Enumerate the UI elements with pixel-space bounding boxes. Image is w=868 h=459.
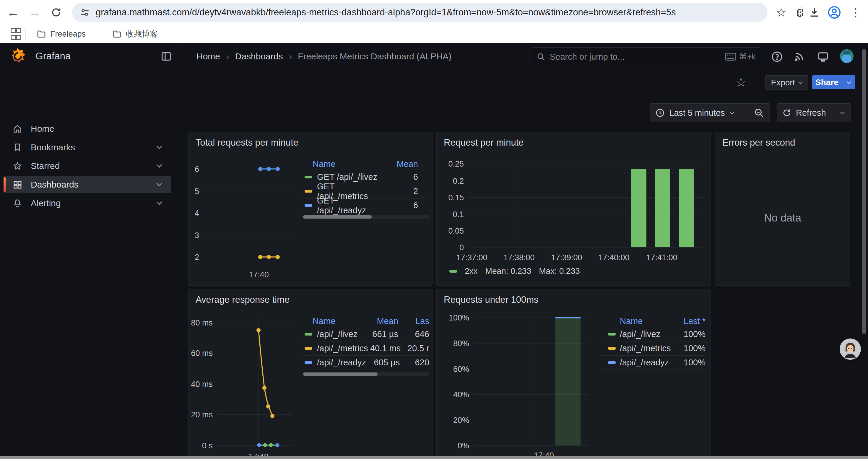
scrollbar-thumb[interactable]: [303, 372, 378, 376]
bookmarks-bar: Freeleaps 收藏博客: [0, 25, 868, 44]
bookmark-label: Freeleaps: [50, 30, 86, 39]
series-mean: 605 µs: [366, 358, 400, 367]
sidebar-item-starred[interactable]: Starred: [4, 157, 172, 174]
legend-scrollbar[interactable]: [302, 372, 429, 376]
breadcrumb-separator: ›: [226, 51, 229, 62]
scrollbar-thumb[interactable]: [303, 215, 372, 219]
legend-row[interactable]: /api/_/readyz 100%: [602, 355, 706, 370]
grafana-app: Grafana Home Bookmarks Starred Dashboard…: [0, 43, 868, 459]
url-bar[interactable]: grafana.mathmast.com/d/deytv4rwavabkb/fr…: [72, 3, 768, 22]
series-name[interactable]: /api/_/metrics: [317, 343, 368, 353]
chevron-down-icon[interactable]: [156, 199, 162, 205]
series-name[interactable]: /api/_/readyz: [620, 358, 669, 367]
browser-profile-icon[interactable]: [826, 4, 843, 21]
series-dash-yellow: [305, 347, 312, 350]
bookmark-folder-freeleaps[interactable]: Freeleaps: [33, 27, 89, 41]
bar-2xx[interactable]: [655, 169, 670, 247]
apps-grid-icon[interactable]: [7, 27, 23, 41]
bookmark-folder-blogs[interactable]: 收藏博客: [109, 27, 161, 41]
legend-header-mean[interactable]: Mean: [382, 159, 429, 169]
grafana-brand[interactable]: Grafana: [8, 47, 71, 66]
legend-header-name[interactable]: Name: [602, 316, 667, 326]
legend-header-mean[interactable]: Mean: [363, 316, 398, 326]
series-name[interactable]: /api/_/livez: [620, 329, 667, 339]
series-name[interactable]: 2xx: [465, 266, 478, 276]
sidebar-item-dashboards[interactable]: Dashboards: [4, 176, 172, 193]
panel-total-requests-per-minute[interactable]: Total requests per minute 6 5 4 3 2 17:4…: [188, 132, 433, 286]
series-name[interactable]: /api/_/livez: [317, 329, 363, 339]
help-icon[interactable]: [770, 50, 784, 64]
forward-icon[interactable]: →: [27, 4, 43, 21]
time-range-button[interactable]: Last 5 minutes: [650, 104, 748, 122]
series-name[interactable]: /api/_/readyz: [317, 358, 366, 367]
legend-header-name[interactable]: Name: [302, 316, 363, 326]
share-menu-button[interactable]: [842, 75, 855, 89]
floating-avatar[interactable]: [840, 338, 861, 360]
chevron-down-icon[interactable]: [156, 143, 162, 149]
legend-row[interactable]: GET /api/_/readyz 6: [302, 198, 429, 212]
chevron-down-icon[interactable]: [156, 162, 162, 168]
export-button[interactable]: Export: [765, 75, 808, 90]
bar-2xx[interactable]: [631, 169, 646, 247]
panel-request-per-minute[interactable]: Request per minute 0.25 0.2 0.15 0.1 0.0…: [436, 132, 711, 286]
downloads-icon[interactable]: [806, 4, 823, 21]
page-scrollbar-thumb[interactable]: [862, 49, 866, 334]
breadcrumb: Home › Dashboards › Freeleaps Metrics Da…: [196, 43, 452, 70]
bookmarks-divider: [25, 29, 26, 39]
share-label: Share: [815, 78, 838, 87]
legend-scrollbar[interactable]: [302, 215, 429, 219]
sidebar-item-bookmarks[interactable]: Bookmarks: [4, 139, 172, 156]
refresh-button[interactable]: Refresh: [777, 104, 834, 122]
search-input[interactable]: Search or jump to... ⌘+k: [531, 47, 761, 66]
legend-row[interactable]: /api/_/readyz 605 µs 620: [302, 355, 429, 369]
zoom-out-button[interactable]: [748, 104, 770, 122]
legend-header-last[interactable]: Last *: [667, 316, 706, 326]
folder-icon: [37, 29, 46, 39]
reload-icon[interactable]: [48, 4, 64, 21]
url-text[interactable]: grafana.mathmast.com/d/deytv4rwavabkb/fr…: [96, 7, 676, 18]
breadcrumb-home[interactable]: Home: [196, 52, 220, 61]
panel-errors-per-second[interactable]: Errors per second No data: [715, 132, 850, 286]
series-last: 100%: [667, 329, 706, 339]
panel-average-response-time[interactable]: Average response time 80 ms 60 ms 40 ms …: [188, 289, 433, 459]
legend-row[interactable]: /api/_/metrics 40.1 ms 20.5 r: [302, 341, 429, 355]
legend-row[interactable]: /api/_/livez 100%: [602, 327, 706, 341]
toolbar-divider: [801, 6, 802, 18]
series-name[interactable]: /api/_/metrics: [620, 343, 671, 353]
favorite-dashboard-star-icon[interactable]: ☆: [735, 76, 747, 89]
sidebar-item-home[interactable]: Home: [4, 120, 172, 137]
breadcrumb-dashboards[interactable]: Dashboards: [235, 52, 283, 61]
legend-row[interactable]: /api/_/livez 661 µs 646: [302, 327, 429, 341]
panel-requests-under-100ms[interactable]: Requests under 100ms 100% 80% 60% 40% 20…: [436, 289, 711, 459]
bar-2xx[interactable]: [679, 169, 694, 247]
bookmark-star-icon[interactable]: ☆: [773, 4, 789, 21]
sidebar-collapse-icon[interactable]: [159, 50, 173, 63]
legend-row[interactable]: /api/_/metrics 100%: [602, 341, 706, 355]
series-dash-yellow: [608, 347, 616, 350]
back-icon[interactable]: ←: [5, 4, 21, 21]
refresh-interval-button[interactable]: [834, 104, 850, 122]
series-name[interactable]: GET /api/_/readyz: [317, 196, 382, 215]
legend-header-row: Name Mean: [302, 158, 429, 170]
chevron-down-icon[interactable]: [156, 181, 162, 186]
zoom-out-icon: [754, 107, 764, 118]
breadcrumb-separator: ›: [289, 51, 292, 62]
bar-under-100ms[interactable]: [555, 318, 581, 446]
y-tick: 20%: [437, 416, 469, 425]
y-tick: 60%: [437, 365, 469, 374]
news-rss-icon[interactable]: [792, 50, 806, 64]
legend-header-name[interactable]: Name: [302, 159, 382, 169]
series-mean: 40.1 ms: [368, 343, 401, 353]
legend-header-last[interactable]: Las: [398, 316, 429, 326]
monitor-icon[interactable]: [816, 50, 830, 64]
site-settings-icon[interactable]: [80, 7, 90, 18]
series-name[interactable]: GET /api/_/livez: [317, 172, 382, 182]
refresh-picker: Refresh: [777, 103, 851, 122]
browser-menu-icon[interactable]: ⋮: [847, 4, 864, 21]
user-avatar[interactable]: [840, 49, 854, 63]
sidebar-item-label: Bookmarks: [31, 142, 157, 153]
sidebar-item-alerting[interactable]: Alerting: [4, 195, 172, 212]
share-button[interactable]: Share: [812, 75, 842, 89]
sidebar-item-label: Starred: [31, 161, 157, 171]
apps-grid-glyph: [11, 28, 20, 40]
